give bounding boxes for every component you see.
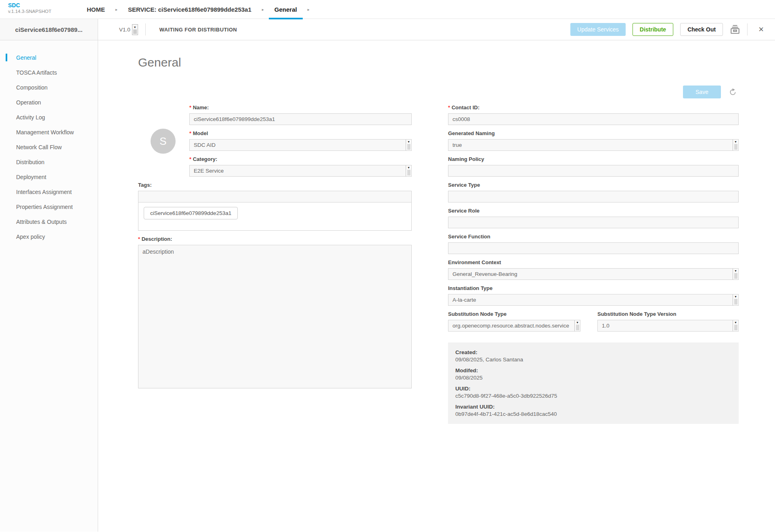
chevron-down-icon: ▼ — [733, 294, 738, 305]
name-label: * Name: — [189, 104, 412, 111]
tags-field: Tags: ciService618f6e079899dde253a1 — [138, 182, 412, 231]
modified-label: Modifed: — [455, 367, 731, 373]
form-right-column: * Contact ID: Generated Naming true ▼ Na… — [448, 104, 739, 424]
entity-title: ciService618f6e07989... — [0, 19, 98, 40]
generated-naming-label: Generated Naming — [448, 130, 739, 137]
toolbar: ciService618f6e07989... V1.0 ▼ WAITING F… — [0, 19, 775, 40]
active-tab-underline — [269, 18, 303, 19]
sidebar-item-interfaces-assignment[interactable]: Interfaces Assignment — [0, 184, 98, 199]
category-label: * Category: — [189, 156, 412, 163]
general-page: General Save S * Name: * Model SDC AID — [98, 40, 775, 532]
chevron-down-icon: ▼ — [406, 165, 411, 176]
page-title: General — [138, 56, 181, 69]
contact-id-input[interactable] — [448, 113, 739, 125]
description-field: * Description: aDescription — [138, 236, 412, 388]
naming-policy-label: Naming Policy — [448, 156, 739, 163]
tags-label: Tags: — [138, 182, 412, 188]
metadata-panel: Created: 09/08/2025, Carlos Santana Modi… — [448, 342, 739, 424]
sidebar-item-composition[interactable]: Composition — [0, 80, 98, 95]
lifecycle-status: WAITING FOR DISTRIBUTION — [159, 27, 237, 33]
sidebar-item-distribution[interactable]: Distribution — [0, 154, 98, 169]
breadcrumb-service[interactable]: SERVICE: ciService618f6e079899dde253a1 — [128, 6, 251, 13]
toolbar-actions: Update Services Distribute Check Out × — [570, 23, 775, 36]
update-services-button[interactable]: Update Services — [570, 23, 626, 36]
chevron-right-icon: ▸ — [115, 7, 117, 12]
sidebar-item-operation[interactable]: Operation — [0, 95, 98, 110]
created-value: 09/08/2025, Carlos Santana — [455, 357, 731, 363]
instantiation-type-select[interactable]: A-la-carte ▼ — [448, 294, 739, 306]
description-textarea[interactable]: aDescription — [138, 245, 412, 388]
service-function-input[interactable] — [448, 242, 739, 254]
service-type-input[interactable] — [448, 191, 739, 202]
print-archive-icon[interactable] — [730, 25, 740, 34]
revert-icon[interactable] — [729, 88, 737, 96]
tag-chip[interactable]: ciService618f6e079899dde253a1 — [144, 207, 238, 219]
substitution-row: Substitution Node Type org.openecomp.res… — [448, 311, 739, 337]
sidebar-item-general[interactable]: General — [0, 50, 98, 65]
sidebar-item-activity-log[interactable]: Activity Log — [0, 110, 98, 125]
chevron-down-icon: ▼ — [733, 140, 738, 150]
modified-value: 09/08/2025 — [455, 375, 731, 381]
workspace: General TOSCA Artifacts Composition Oper… — [0, 40, 775, 532]
top-header: SDC v.1.14.3-SNAPSHOT HOME ▸ SERVICE: ci… — [0, 0, 775, 19]
service-role-input[interactable] — [448, 217, 739, 228]
name-input[interactable] — [189, 113, 412, 125]
sdc-logo: SDC v.1.14.3-SNAPSHOT — [8, 2, 51, 15]
breadcrumb-general-tab[interactable]: General — [274, 0, 297, 19]
model-label: * Model — [189, 130, 412, 137]
invariant-uuid-value: 0b97de4f-4b71-421c-ac5d-8e6d18cac540 — [455, 411, 731, 417]
description-label: * Description: — [138, 236, 412, 242]
sidebar-item-attributes-outputs[interactable]: Attributes & Outputs — [0, 214, 98, 229]
sidebar-item-management-workflow[interactable]: Management Workflow — [0, 125, 98, 140]
sidebar-item-deployment[interactable]: Deployment — [0, 169, 98, 184]
service-type-label: Service Type — [448, 182, 739, 188]
close-icon[interactable]: × — [754, 25, 768, 33]
form-left-column: S * Name: * Model SDC AID ▼ * Category: … — [138, 104, 412, 394]
substitution-node-type-label: Substitution Node Type — [448, 311, 580, 317]
version-selector[interactable]: V1.0 ▼ — [119, 24, 138, 35]
divider — [747, 23, 748, 35]
toolbar-main: V1.0 ▼ WAITING FOR DISTRIBUTION Update S… — [98, 19, 775, 40]
active-indicator — [6, 54, 7, 61]
category-select[interactable]: E2E Service ▼ — [189, 165, 412, 177]
chevron-down-icon: ▼ — [733, 269, 738, 280]
sidebar-item-apex-policy[interactable]: Apex policy — [0, 229, 98, 244]
sidebar-item-network-call-flow[interactable]: Network Call Flow — [0, 140, 98, 154]
environment-context-label: Environment Context — [448, 259, 739, 266]
divider — [145, 23, 146, 35]
chevron-down-icon: ▼ — [406, 140, 411, 150]
logo-version: v.1.14.3-SNAPSHOT — [8, 9, 51, 15]
generated-naming-select[interactable]: true ▼ — [448, 139, 739, 151]
breadcrumb-home[interactable]: HOME — [87, 6, 105, 13]
chevron-down-icon: ▼ — [574, 320, 580, 331]
version-dropdown-icon[interactable]: ▼ — [132, 24, 138, 35]
tags-list: ciService618f6e079899dde253a1 — [138, 202, 412, 231]
avatar: S — [151, 129, 176, 154]
substitution-node-type-version-select[interactable]: 1.0 ▼ — [597, 320, 739, 332]
naming-policy-input[interactable] — [448, 165, 739, 177]
contact-id-label: * Contact ID: — [448, 104, 739, 111]
environment-context-select[interactable]: General_Revenue-Bearing ▼ — [448, 268, 739, 280]
identity-group: S * Name: * Model SDC AID ▼ * Category: … — [189, 104, 412, 177]
uuid-value: c5c790d8-9f27-468e-a5c0-3db922526d75 — [455, 393, 731, 399]
breadcrumb-general-label: General — [274, 6, 297, 13]
substitution-node-type-version-label: Substitution Node Type Version — [597, 311, 739, 317]
sidebar-item-properties-assignment[interactable]: Properties Assignment — [0, 199, 98, 214]
created-label: Created: — [455, 349, 731, 355]
chevron-right-icon: ▸ — [308, 7, 310, 12]
instantiation-type-label: Instantiation Type — [448, 285, 739, 292]
service-role-label: Service Role — [448, 208, 739, 214]
sidebar: General TOSCA Artifacts Composition Oper… — [0, 40, 98, 532]
breadcrumb: HOME ▸ SERVICE: ciService618f6e079899dde… — [87, 0, 320, 19]
model-select[interactable]: SDC AID ▼ — [189, 139, 412, 151]
save-button[interactable]: Save — [683, 86, 721, 98]
check-out-button[interactable]: Check Out — [680, 23, 723, 36]
logo-title: SDC — [8, 2, 51, 9]
version-label: V1.0 — [119, 27, 130, 33]
tags-input[interactable] — [138, 191, 412, 202]
substitution-node-type-select[interactable]: org.openecomp.resource.abstract.nodes.se… — [448, 320, 580, 332]
chevron-right-icon: ▸ — [262, 7, 264, 12]
invariant-uuid-label: Invariant UUID: — [455, 404, 731, 410]
sidebar-item-tosca-artifacts[interactable]: TOSCA Artifacts — [0, 65, 98, 80]
distribute-button[interactable]: Distribute — [633, 23, 673, 36]
